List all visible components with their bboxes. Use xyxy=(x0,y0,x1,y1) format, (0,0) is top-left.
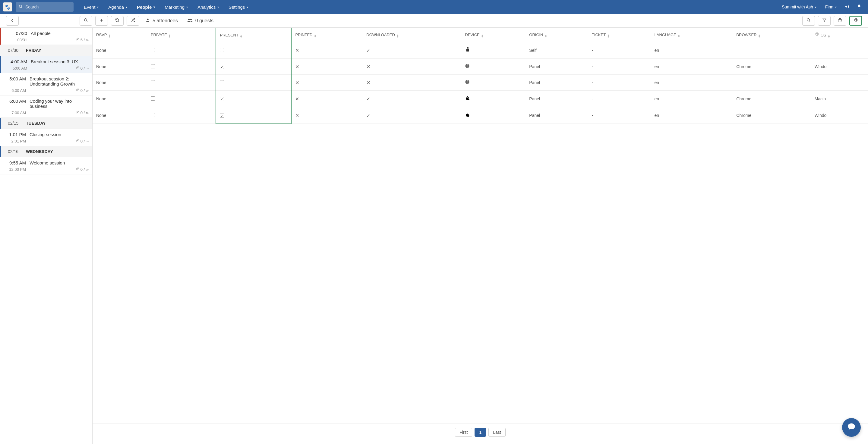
column-header-present[interactable]: PRESENT▲▼ xyxy=(216,28,291,42)
svg-line-3 xyxy=(87,21,87,22)
cell-os: Windo xyxy=(811,107,868,124)
svg-point-2 xyxy=(85,19,87,21)
cell-present[interactable] xyxy=(216,42,291,59)
checkbox-icon[interactable] xyxy=(220,80,224,84)
table-row[interactable]: None✕✕Panel-en xyxy=(93,75,868,91)
cell-private[interactable] xyxy=(147,107,216,124)
menu-event[interactable]: Event▾ xyxy=(80,0,103,14)
column-header-browser[interactable]: BROWSER▲▼ xyxy=(733,28,811,42)
cell-os: Macin xyxy=(811,91,868,107)
pagination: First 1 Last xyxy=(93,423,868,444)
pagination-last[interactable]: Last xyxy=(489,428,505,437)
cell-printed: ✕ xyxy=(291,91,363,107)
cell-origin: Self xyxy=(526,42,588,59)
cell-present[interactable] xyxy=(216,75,291,91)
pagination-first[interactable]: First xyxy=(455,428,472,437)
cell-rsvp: None xyxy=(93,75,147,91)
session-item[interactable]: 1:01 PM Closing session 2:01 PM 0 / ∞ xyxy=(0,129,92,146)
help-button[interactable] xyxy=(834,16,846,26)
column-header-origin[interactable]: ORIGIN▲▼ xyxy=(526,28,588,42)
session-item[interactable]: 5:00 AM Breakout session 2: Understandin… xyxy=(0,73,92,96)
chevron-down-icon: ▾ xyxy=(815,5,816,9)
menu-analytics[interactable]: Analytics▾ xyxy=(193,0,223,14)
column-header-private[interactable]: PRIVATE▲▼ xyxy=(147,28,216,42)
column-header-language[interactable]: LANGUAGE▲▼ xyxy=(651,28,733,42)
column-header-downloaded[interactable]: DOWNLOADED▲▼ xyxy=(363,28,461,42)
filter-button[interactable] xyxy=(818,16,831,26)
app-logo[interactable]: 🐾 xyxy=(3,2,12,11)
checkbox-icon[interactable] xyxy=(151,64,155,68)
check-icon: ✓ xyxy=(366,113,370,118)
cell-private[interactable] xyxy=(147,59,216,75)
checkbox-icon[interactable] xyxy=(220,48,224,52)
top-nav: 🐾 Event▾ Agenda▾ People▾ Marketing▾ Anal… xyxy=(0,0,868,14)
cell-device xyxy=(461,107,526,124)
shuffle-button[interactable] xyxy=(127,16,139,26)
checkbox-icon[interactable] xyxy=(151,96,155,101)
menu-agenda[interactable]: Agenda▾ xyxy=(104,0,131,14)
back-button[interactable] xyxy=(6,16,19,26)
chat-launcher[interactable] xyxy=(842,418,861,437)
users-icon xyxy=(187,18,193,24)
sidebar-search-button[interactable] xyxy=(80,16,92,26)
date-header: 07/30FRIDAY xyxy=(0,45,92,56)
table-row[interactable]: None✕✓Panel-enChromeWindo xyxy=(93,107,868,124)
column-header-device[interactable]: DEVICE▲▼ xyxy=(461,28,526,42)
settings-button[interactable] xyxy=(849,16,862,26)
gear-icon xyxy=(854,18,858,23)
x-icon: ✕ xyxy=(366,64,370,69)
cell-private[interactable] xyxy=(147,42,216,59)
sidebar[interactable]: 07/30 All people 03/31 5 / ∞ 07/30FRIDAY… xyxy=(0,28,93,444)
pagination-page-1[interactable]: 1 xyxy=(474,428,486,437)
column-header-os[interactable]: OS▲▼ xyxy=(811,28,868,42)
session-capacity: 5 / ∞ xyxy=(76,38,89,42)
user-menu[interactable]: Finn▾ xyxy=(821,0,841,14)
checkbox-icon[interactable] xyxy=(220,97,224,101)
cell-origin: Panel xyxy=(526,59,588,75)
table-wrap[interactable]: RSVP▲▼PRIVATE▲▼PRESENT▲▼PRINTED▲▼DOWNLOA… xyxy=(93,28,868,423)
cell-downloaded: ✓ xyxy=(363,91,461,107)
session-title: Closing session xyxy=(30,132,89,137)
checkbox-icon[interactable] xyxy=(151,80,155,84)
table-search-button[interactable] xyxy=(802,16,815,26)
column-header-ticket[interactable]: TICKET▲▼ xyxy=(588,28,651,42)
cell-present[interactable] xyxy=(216,91,291,107)
session-title: Breakout session 2: Understanding Growth xyxy=(30,76,89,87)
event-switcher[interactable]: Summit with Ash▾ xyxy=(778,0,820,14)
notifications-button[interactable] xyxy=(853,0,865,14)
table-row[interactable]: None✕✓Panel-enChromeMacin xyxy=(93,91,868,107)
cell-private[interactable] xyxy=(147,75,216,91)
checkbox-icon[interactable] xyxy=(220,65,224,69)
table-row[interactable]: None✕✓Self-en xyxy=(93,42,868,59)
menu-marketing[interactable]: Marketing▾ xyxy=(160,0,192,14)
session-item[interactable]: 9:55 AM Welcome session 12:00 PM 0 / ∞ xyxy=(0,157,92,174)
cell-private[interactable] xyxy=(147,91,216,107)
announcements-button[interactable] xyxy=(841,0,853,14)
menu-people[interactable]: People▾ xyxy=(133,0,159,14)
menu-settings[interactable]: Settings▾ xyxy=(224,0,252,14)
attendees-table: RSVP▲▼PRIVATE▲▼PRESENT▲▼PRINTED▲▼DOWNLOA… xyxy=(93,28,868,124)
session-start-time: 5:00 AM xyxy=(2,76,26,87)
add-button[interactable] xyxy=(95,16,108,26)
checkbox-icon[interactable] xyxy=(220,113,224,118)
session-item[interactable]: 07/30 All people 03/31 5 / ∞ xyxy=(0,28,92,45)
search-input[interactable] xyxy=(16,2,73,12)
table-row[interactable]: None✕✕Panel-enChromeWindo xyxy=(93,59,868,75)
chevron-down-icon: ▾ xyxy=(247,5,248,9)
sort-icon: ▲▼ xyxy=(678,34,680,37)
date-header: 02/15TUESDAY xyxy=(0,118,92,129)
session-item[interactable]: 4:00 AM Breakout session 3: UX 5:00 AM 0… xyxy=(0,56,92,73)
session-title: Coding your way into business xyxy=(30,99,89,109)
question-icon xyxy=(838,18,842,23)
cell-present[interactable] xyxy=(216,59,291,75)
cell-present[interactable] xyxy=(216,107,291,124)
checkbox-icon[interactable] xyxy=(151,48,155,52)
date-label: 02/15 xyxy=(8,121,20,126)
refresh-button[interactable] xyxy=(111,16,124,26)
session-start-time: 9:55 AM xyxy=(2,160,26,165)
gear-icon[interactable] xyxy=(815,33,819,37)
column-header-printed[interactable]: PRINTED▲▼ xyxy=(291,28,363,42)
checkbox-icon[interactable] xyxy=(151,113,155,117)
column-header-rsvp[interactable]: RSVP▲▼ xyxy=(93,28,147,42)
session-item[interactable]: 6:00 AM Coding your way into business 7:… xyxy=(0,96,92,118)
